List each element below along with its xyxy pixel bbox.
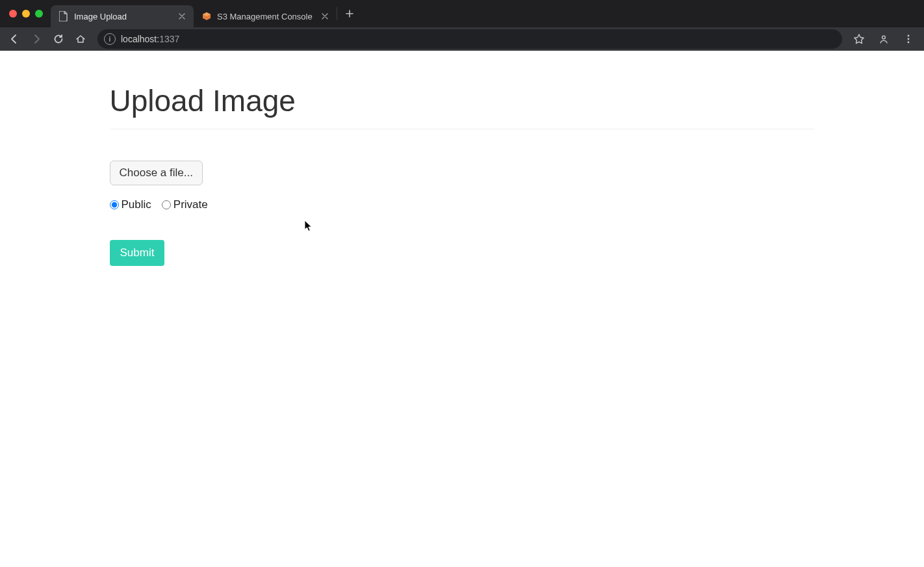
visibility-radio-public[interactable]: Public [110, 198, 151, 211]
choose-file-label: Choose a file... [120, 166, 193, 179]
svg-point-3 [908, 42, 910, 44]
radio-public-input[interactable] [110, 200, 119, 209]
tab-close-icon[interactable] [320, 11, 330, 21]
svg-point-2 [908, 38, 910, 40]
window-maximize-icon[interactable] [35, 10, 43, 18]
url-host: localhost: [121, 34, 159, 44]
radio-private-input[interactable] [162, 200, 171, 209]
page-viewport: Upload Image Choose a file... Public Pri… [0, 51, 924, 567]
profile-icon[interactable] [873, 29, 894, 49]
cube-icon [201, 11, 212, 21]
window-controls [5, 0, 47, 27]
title-divider [110, 129, 815, 129]
choose-file-button[interactable]: Choose a file... [110, 161, 203, 185]
home-button[interactable] [70, 29, 91, 49]
tab-strip: Image Upload S3 Management Console [0, 0, 924, 27]
bookmark-star-icon[interactable] [849, 29, 869, 49]
back-button[interactable] [4, 29, 25, 49]
window-minimize-icon[interactable] [22, 10, 30, 18]
tab-label: S3 Management Console [217, 12, 313, 21]
page-container: Upload Image Choose a file... Public Pri… [110, 51, 815, 292]
browser-chrome: Image Upload S3 Management Console [0, 0, 924, 51]
tab-separator [337, 7, 337, 20]
tab-close-icon[interactable] [177, 11, 187, 21]
url-port: 1337 [159, 34, 179, 44]
svg-point-1 [908, 35, 910, 37]
address-bar[interactable]: i localhost:1337 [97, 29, 842, 49]
url-text: localhost:1337 [121, 34, 179, 44]
toolbar-right [849, 29, 920, 49]
menu-kebab-icon[interactable] [898, 29, 919, 49]
forward-button[interactable] [26, 29, 47, 49]
page-title: Upload Image [110, 64, 815, 129]
site-info-icon[interactable]: i [104, 33, 116, 45]
reload-button[interactable] [48, 29, 69, 49]
radio-label-text: Public [122, 198, 151, 211]
new-tab-button[interactable] [340, 4, 359, 23]
svg-point-0 [882, 36, 886, 39]
visibility-radio-group: Public Private [110, 198, 815, 211]
tab-s3-console[interactable]: S3 Management Console [194, 5, 337, 27]
radio-label-text: Private [173, 198, 208, 211]
visibility-radio-private[interactable]: Private [162, 198, 208, 211]
tab-image-upload[interactable]: Image Upload [51, 5, 194, 27]
file-icon [58, 11, 69, 21]
window-close-icon[interactable] [9, 10, 17, 18]
submit-button[interactable]: Submit [110, 240, 165, 266]
tab-label: Image Upload [74, 12, 127, 21]
browser-toolbar: i localhost:1337 [0, 27, 924, 51]
